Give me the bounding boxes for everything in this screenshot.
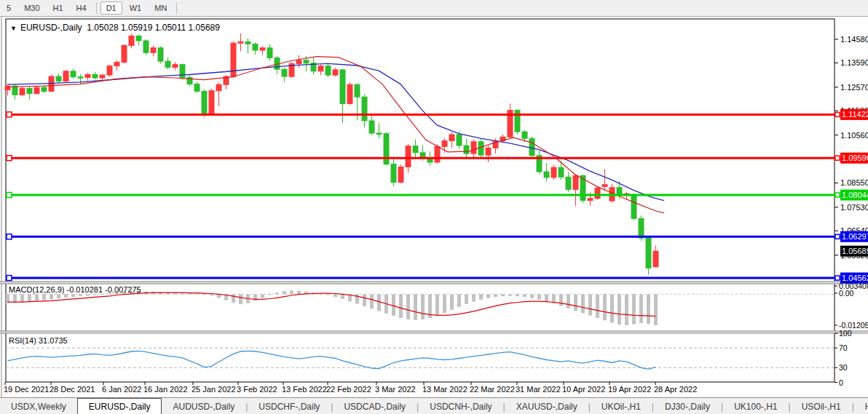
line-handle-square[interactable]: [835, 276, 840, 280]
timeframe-button-m30[interactable]: M30: [18, 1, 45, 15]
macd-histogram-bar: [50, 294, 53, 299]
macd-histogram-bar: [268, 294, 272, 295]
candle-body: [326, 66, 331, 75]
macd-histogram-bar: [399, 294, 403, 318]
candle-body: [588, 199, 593, 201]
candle-body: [398, 167, 403, 183]
line-handle-square[interactable]: [7, 156, 12, 161]
chart-tab-xauusd-daily[interactable]: XAUUSD-,Daily: [505, 398, 588, 414]
macd-histogram-bar: [588, 294, 592, 315]
candle-body: [71, 71, 76, 77]
macd-histogram-bar: [261, 294, 264, 298]
candle-body: [544, 172, 549, 178]
candle-body: [646, 238, 651, 268]
candle-body: [49, 76, 54, 91]
macd-histogram-bar: [210, 294, 213, 295]
macd-histogram-bar: [334, 294, 337, 297]
chart-tab-dj30-daily[interactable]: DJ30-,Daily: [654, 398, 721, 414]
line-handle-square[interactable]: [7, 276, 12, 281]
timeframe-button-h4[interactable]: H4: [71, 1, 92, 15]
chart-title-ohlc: 1.05028 1.05919 1.05011 1.05689: [87, 23, 220, 33]
date-axis-label: 31 Mar 2022: [516, 385, 561, 394]
chart-tab-usdx-weekly[interactable]: USDX,Weekly: [0, 398, 77, 414]
candle-body: [34, 87, 39, 94]
candle-body: [260, 48, 265, 50]
candle-body: [42, 87, 47, 91]
chart-tab-audusd-daily[interactable]: AUDUSD-,Daily: [162, 398, 245, 414]
chart-window[interactable]: 1.145801.135901.125701.115801.105601.085…: [0, 17, 868, 397]
line-handle-square[interactable]: [835, 193, 840, 197]
symbol-dropdown-icon[interactable]: ▼: [10, 25, 17, 32]
candle-body: [333, 70, 338, 75]
candle-body: [406, 146, 411, 167]
macd-histogram-bar: [370, 294, 374, 308]
trading-app-window: 5M30H1H4D1W1MN 1.145801.135901.125701.11…: [0, 0, 868, 414]
macd-histogram-bar: [28, 294, 31, 301]
line-handle-square[interactable]: [7, 112, 12, 117]
chart-tab-usdcnh-daily[interactable]: USDCNH-,Daily: [419, 398, 502, 414]
candle-body: [296, 60, 301, 64]
toolbar-separator: [176, 2, 177, 14]
timeframe-toolbar: 5M30H1H4D1W1MN: [0, 0, 868, 17]
macd-histogram-bar: [596, 294, 599, 318]
chart-tab-eurusd-daily[interactable]: EURUSD-,Daily: [77, 398, 162, 414]
chart-background: [0, 17, 868, 397]
timeframe-button-d1[interactable]: D1: [100, 1, 122, 15]
timeframe-button-mn[interactable]: MN: [149, 1, 173, 15]
candle-body: [238, 41, 243, 43]
macd-histogram-bar: [35, 294, 39, 300]
date-axis-label: 10 Apr 2022: [562, 385, 605, 394]
price-level-label: 1.06297: [842, 232, 868, 241]
candle-body: [420, 153, 425, 158]
date-axis-label: 3 Mar 2022: [375, 385, 416, 394]
macd-axis-label: 0.00: [839, 289, 854, 298]
candle-body: [376, 133, 382, 135]
toolbar-separator: [96, 2, 97, 14]
timeframe-button-h1[interactable]: H1: [47, 1, 69, 15]
chart-tab-usdchf-daily[interactable]: USDCHF-,Daily: [248, 398, 331, 414]
rsi-axis-label: 30: [839, 363, 848, 372]
macd-histogram-bar: [450, 294, 454, 310]
macd-histogram-bar: [494, 294, 497, 297]
date-axis-label: 28 Apr 2022: [654, 385, 697, 394]
candle-body: [85, 74, 90, 77]
chart-tab-usoil-h1[interactable]: USOil-,H1: [791, 398, 852, 414]
candle-body: [202, 91, 207, 114]
candle-body: [12, 86, 17, 95]
candle-body: [143, 41, 149, 52]
macd-histogram-bar: [508, 294, 512, 295]
line-handle-square[interactable]: [835, 156, 840, 160]
candle-body: [457, 135, 462, 146]
macd-histogram-bar: [275, 292, 279, 294]
timeframe-button-w1[interactable]: W1: [124, 1, 148, 15]
macd-histogram-bar: [377, 294, 381, 311]
macd-histogram-bar: [71, 294, 75, 297]
macd-histogram-bar: [290, 290, 293, 294]
chart-tab-ukoil-h1[interactable]: UKOil-,H1: [591, 398, 652, 414]
date-axis-label: 28 Dec 2021: [50, 385, 95, 394]
candle-body: [449, 135, 454, 141]
line-handle-square[interactable]: [7, 193, 12, 198]
rsi-axis-label: 70: [839, 343, 848, 352]
macd-histogram-bar: [239, 294, 242, 304]
line-handle-square[interactable]: [7, 234, 12, 239]
timeframe-button-5[interactable]: 5: [1, 1, 17, 15]
chart-tab-usdcad-daily[interactable]: USDCAD-,Daily: [333, 398, 417, 414]
price-chart-canvas[interactable]: 1.145801.135901.125701.115801.105601.085…: [0, 17, 868, 397]
price-axis-label: 1.08550: [840, 178, 868, 187]
chart-tab-hk50-h1[interactable]: HK50-,H1: [854, 398, 868, 414]
macd-histogram-bar: [414, 294, 417, 320]
macd-histogram-bar: [559, 294, 563, 306]
chart-tab-uk100-h1[interactable]: UK100-,H1: [723, 398, 788, 414]
line-handle-square[interactable]: [835, 112, 840, 116]
macd-histogram-bar: [326, 294, 330, 295]
date-axis-label: 25 Jan 2022: [192, 385, 236, 394]
macd-histogram-bar: [603, 294, 607, 320]
date-axis-label: 3 Feb 2022: [237, 385, 277, 394]
date-axis-label: 19 Dec 2021: [4, 385, 49, 394]
rsi-axis-label: 100: [839, 329, 852, 338]
chart-title: ▼EURUSD-,Daily 1.05028 1.05919 1.05011 1…: [10, 23, 220, 33]
line-handle-square[interactable]: [835, 234, 840, 239]
candle-body: [27, 88, 32, 93]
candle-body: [347, 84, 352, 103]
